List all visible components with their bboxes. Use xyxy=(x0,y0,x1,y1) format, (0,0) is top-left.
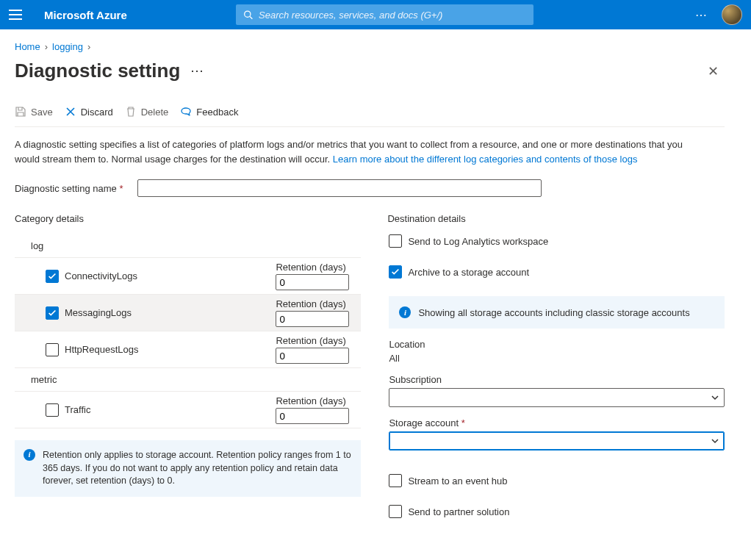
toolbar: Save Discard Delete Feedback xyxy=(15,106,725,127)
category-checkbox[interactable] xyxy=(46,343,59,356)
storage-account-label: Storage account * xyxy=(389,417,725,428)
storage-info-banner: i Showing all storage accounts including… xyxy=(389,296,725,329)
retention-label: Retention (days) xyxy=(276,298,356,309)
retention-label: Retention (days) xyxy=(276,335,356,346)
log-analytics-checkbox[interactable] xyxy=(389,234,402,248)
category-details-title: Category details xyxy=(15,213,361,224)
delete-button[interactable]: Delete xyxy=(125,106,169,118)
partner-checkbox[interactable] xyxy=(389,505,402,518)
breadcrumb-item[interactable]: logging xyxy=(52,41,83,52)
brand-name[interactable]: Microsoft Azure xyxy=(44,9,127,21)
learn-more-link[interactable]: Learn more about the different log categ… xyxy=(333,154,638,165)
category-checkbox[interactable] xyxy=(46,270,59,283)
breadcrumb: Home › logging › xyxy=(15,41,725,52)
hamburger-menu-icon[interactable] xyxy=(9,8,22,21)
location-value: All xyxy=(389,353,725,364)
category-label: HttpRequestLogs xyxy=(65,344,138,355)
log-analytics-label: Send to Log Analytics workspace xyxy=(408,236,548,247)
discard-button[interactable]: Discard xyxy=(65,106,113,118)
metric-checkbox[interactable] xyxy=(46,403,59,417)
subscription-select[interactable] xyxy=(389,388,725,407)
eventhub-checkbox[interactable] xyxy=(389,474,402,487)
retention-input[interactable] xyxy=(276,311,349,327)
storage-account-select[interactable] xyxy=(389,431,725,450)
retention-input[interactable] xyxy=(276,348,349,364)
setting-name-label: Diagnostic setting name * xyxy=(15,183,123,194)
chevron-right-icon: › xyxy=(87,41,90,52)
search-icon xyxy=(243,10,253,20)
title-bar: Diagnostic setting ⋯ ✕ xyxy=(15,60,725,82)
retention-input[interactable] xyxy=(276,408,349,424)
feedback-button[interactable]: Feedback xyxy=(180,106,238,118)
delete-label: Delete xyxy=(141,107,169,118)
retention-label: Retention (days) xyxy=(276,262,356,273)
storage-archive-checkbox[interactable] xyxy=(389,265,402,279)
location-label: Location xyxy=(389,339,725,350)
description: A diagnostic setting specifies a list of… xyxy=(15,137,698,166)
avatar[interactable] xyxy=(722,4,742,25)
retention-info-text: Retention only applies to storage accoun… xyxy=(43,449,352,488)
page-scroll[interactable]: Home › logging › Diagnostic setting ⋯ ✕ … xyxy=(0,29,751,560)
category-checkbox[interactable] xyxy=(46,306,59,320)
feedback-label: Feedback xyxy=(196,107,238,118)
chevron-right-icon: › xyxy=(45,41,48,52)
svg-point-0 xyxy=(244,11,250,17)
title-context-menu-icon[interactable]: ⋯ xyxy=(190,62,204,80)
setting-name-input[interactable] xyxy=(137,179,542,197)
category-row: MessagingLogsRetention (days) xyxy=(15,295,361,331)
storage-archive-label: Archive to a storage account xyxy=(408,267,529,278)
log-group-header: log xyxy=(15,234,361,258)
more-menu-icon[interactable]: ⋯ xyxy=(695,8,708,22)
retention-label: Retention (days) xyxy=(276,395,356,406)
retention-info-banner: i Retention only applies to storage acco… xyxy=(15,440,361,497)
azure-topbar: Microsoft Azure ⋯ xyxy=(0,0,751,29)
category-row: ConnectivityLogsRetention (days) xyxy=(15,258,361,295)
category-label: MessagingLogs xyxy=(65,307,132,318)
chevron-down-icon xyxy=(711,437,719,445)
chevron-down-icon xyxy=(711,393,719,402)
category-row: HttpRequestLogsRetention (days) xyxy=(15,331,361,368)
category-label: ConnectivityLogs xyxy=(65,270,137,281)
save-label: Save xyxy=(31,107,53,118)
close-icon[interactable]: ✕ xyxy=(702,60,725,82)
svg-line-1 xyxy=(250,16,252,18)
retention-input[interactable] xyxy=(276,274,349,290)
eventhub-label: Stream to an event hub xyxy=(408,475,507,487)
destination-details-title: Destination details xyxy=(387,213,725,224)
metric-group-header: metric xyxy=(15,368,361,392)
metric-label: Traffic xyxy=(65,404,90,415)
breadcrumb-home[interactable]: Home xyxy=(15,41,40,52)
metric-row: TrafficRetention (days) xyxy=(15,392,361,428)
page-title: Diagnostic setting xyxy=(15,60,180,82)
discard-label: Discard xyxy=(81,107,113,118)
info-icon: i xyxy=(399,306,411,318)
global-search[interactable] xyxy=(236,4,533,25)
search-input[interactable] xyxy=(259,10,526,21)
partner-label: Send to partner solution xyxy=(408,506,509,517)
info-icon: i xyxy=(24,449,35,461)
save-button[interactable]: Save xyxy=(15,106,53,118)
storage-info-text: Showing all storage accounts including c… xyxy=(418,307,689,318)
subscription-label: Subscription xyxy=(389,374,725,385)
